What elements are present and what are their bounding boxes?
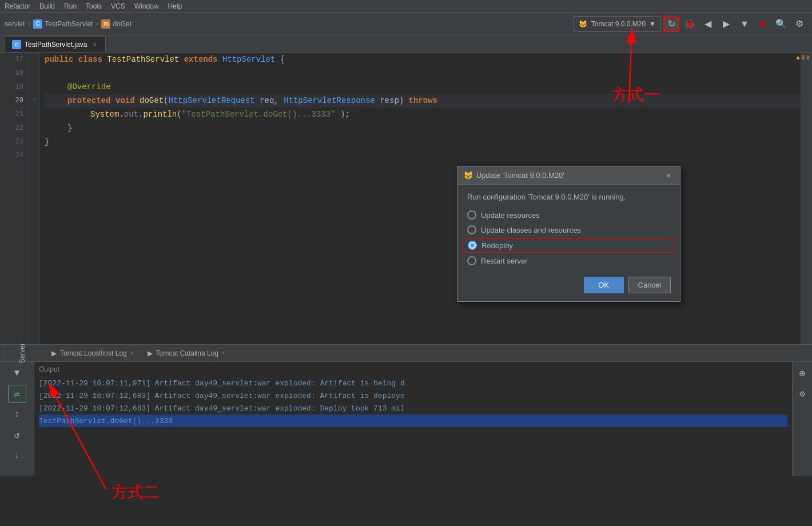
dialog-tomcat-icon: 🐱 xyxy=(464,171,473,180)
bottom-tab-bar: Server ▶ Tomcat Localhost Log × ▶ Tomcat… xyxy=(0,345,812,362)
log-icon-1: ▶ xyxy=(51,349,57,357)
collapse-button[interactable]: ▼ xyxy=(8,364,26,382)
param-type-2: HttpServletResponse xyxy=(284,94,375,107)
code-line-19: @Override xyxy=(45,80,801,94)
menu-refactor[interactable]: Refactor xyxy=(5,2,30,10)
cls-name: TestPathServlet xyxy=(107,53,179,66)
dialog-body: Run configuration 'Tomcat 9.0.0.M20' is … xyxy=(458,185,680,301)
dialog-title-bar: 🐱 Update 'Tomcat 9.0.0.M20' × xyxy=(458,166,680,185)
log-icon-2: ▶ xyxy=(148,349,153,357)
run-config-arrow: ▼ xyxy=(649,20,656,28)
search-button[interactable]: 🔍 xyxy=(773,16,789,32)
bottom-panel: Server ▶ Tomcat Localhost Log × ▶ Tomcat… xyxy=(0,344,812,476)
navigate-button[interactable]: ⇌ xyxy=(8,385,26,403)
dialog-close-button[interactable]: × xyxy=(663,170,674,181)
run-config-label: Tomcat 9.0.0.M20 xyxy=(591,20,646,28)
gutter-23 xyxy=(29,135,39,149)
code-line-17: public class TestPathServlet extends Htt… xyxy=(45,53,801,66)
radio-input-1[interactable] xyxy=(467,210,476,220)
warning-badge: ▲ 3 ∨ xyxy=(794,53,812,62)
line-num-24: 24 xyxy=(5,149,23,162)
search-icon: 🔍 xyxy=(775,18,787,29)
cancel-button[interactable]: Cancel xyxy=(628,277,671,293)
rerun-button[interactable]: ↺ xyxy=(8,426,26,444)
kw-public: public xyxy=(45,53,73,66)
tab-close-button[interactable]: × xyxy=(90,41,98,49)
paren-2: ( xyxy=(177,107,181,121)
annotation-text: @Override xyxy=(67,80,111,94)
toolbar-left: servlet > C TestPathServlet > m doGet xyxy=(5,19,132,29)
breakpoint-icon[interactable]: ↑ xyxy=(31,96,36,105)
editor-tab-testpathservlet[interactable]: C TestPathServlet.java × xyxy=(5,36,106,52)
menu-window[interactable]: Window xyxy=(134,2,159,10)
breadcrumb-servlet[interactable]: servlet xyxy=(5,20,25,28)
bottom-tab-catalina-label: Tomcat Catalina Log xyxy=(156,349,218,357)
reload-button[interactable]: ↻ xyxy=(663,16,679,32)
pin-button[interactable]: ↓ xyxy=(8,447,26,465)
breadcrumb-method-icon: m xyxy=(101,19,110,29)
menu-vcs[interactable]: VCS xyxy=(111,2,125,10)
radio-label-3: Redeploy xyxy=(481,241,513,250)
line-num-23: 23 xyxy=(5,135,23,149)
radio-input-4[interactable] xyxy=(467,256,476,265)
tab-bar: C TestPathServlet.java × xyxy=(0,35,812,53)
run-config-dropdown[interactable]: 🐱 Tomcat 9.0.0.M20 ▼ xyxy=(574,16,661,32)
gear-button-bottom[interactable]: ⚙ xyxy=(793,385,811,403)
breadcrumb-class-icon: C xyxy=(33,19,42,29)
menu-build[interactable]: Build xyxy=(39,2,55,10)
kw-protected: protected xyxy=(67,94,111,107)
code-line-18 xyxy=(45,66,801,80)
forward-button[interactable]: ▶ xyxy=(718,16,734,32)
radio-redeploy[interactable]: Redeploy xyxy=(463,238,675,253)
menu-tools[interactable]: Tools xyxy=(86,2,102,10)
breadcrumb-sep1: > xyxy=(27,20,31,28)
radio-update-classes[interactable]: Update classes and resources xyxy=(467,225,671,234)
code-editor[interactable]: public class TestPathServlet extends Htt… xyxy=(40,53,801,344)
dot-1: . xyxy=(119,107,124,121)
bottom-right-toolbar: ⊕ ⚙ xyxy=(792,362,812,476)
settings-button[interactable]: ⚙ xyxy=(791,16,807,32)
plus-button[interactable]: ⊕ xyxy=(793,364,811,382)
warning-icon: ▲ xyxy=(796,54,800,61)
line-num-21: 21 xyxy=(5,107,23,121)
radio-label-2: Update classes and resources xyxy=(481,226,581,234)
radio-label-1: Update resources xyxy=(481,211,540,220)
param-2: resp) xyxy=(380,94,404,107)
gutter: ↑ xyxy=(29,53,40,344)
bottom-tab-catalina-close[interactable]: × xyxy=(222,350,225,356)
gutter-24 xyxy=(29,149,39,162)
tab-class-icon: C xyxy=(12,40,21,49)
close-brace-22: } xyxy=(67,121,72,135)
code-line-21: System . out . println ( "TestPathServle… xyxy=(45,107,801,121)
bottom-tab-catalina[interactable]: ▶ Tomcat Catalina Log × xyxy=(142,345,231,361)
back-button[interactable]: ◀ xyxy=(700,16,716,32)
gutter-17 xyxy=(29,53,39,66)
menu-run[interactable]: Run xyxy=(64,2,77,10)
dialog-buttons: OK Cancel xyxy=(467,277,671,293)
line-num-17: 17 xyxy=(5,53,23,66)
update-dialog[interactable]: 🐱 Update 'Tomcat 9.0.0.M20' × Run config… xyxy=(457,166,680,302)
close-brace-23: } xyxy=(45,135,49,149)
radio-restart-server[interactable]: Restart server xyxy=(467,256,671,265)
server-label[interactable]: Server xyxy=(5,343,39,363)
filter-button[interactable]: ↕ xyxy=(8,405,26,424)
cls-httpservlet: HttpServlet xyxy=(222,53,275,66)
more-button[interactable]: ▼ xyxy=(737,16,753,32)
breadcrumb-class-name[interactable]: TestPathServlet xyxy=(45,20,93,28)
menu-help[interactable]: Help xyxy=(168,2,182,10)
system-class: System xyxy=(90,107,119,121)
breadcrumb-method-name[interactable]: doGet xyxy=(113,20,132,28)
navigate-icon: ⇌ xyxy=(14,388,20,400)
radio-input-3[interactable] xyxy=(468,241,477,250)
radio-input-2[interactable] xyxy=(467,225,476,234)
output-line-2: [2022-11-29 10:07:12,683] Artifact day49… xyxy=(39,389,787,402)
line-num-18: 18 xyxy=(5,66,23,80)
ok-button[interactable]: OK xyxy=(584,277,624,293)
radio-update-resources[interactable]: Update resources xyxy=(467,210,671,220)
warning-chevron: ∨ xyxy=(806,54,810,61)
debug-icon: 🐞 xyxy=(684,18,695,29)
debug-button[interactable]: 🐞 xyxy=(682,16,698,32)
bottom-tab-localhost[interactable]: ▶ Tomcat Localhost Log × xyxy=(46,345,140,361)
bottom-tab-localhost-close[interactable]: × xyxy=(130,350,134,356)
stop-button[interactable]: ■ xyxy=(755,16,771,32)
